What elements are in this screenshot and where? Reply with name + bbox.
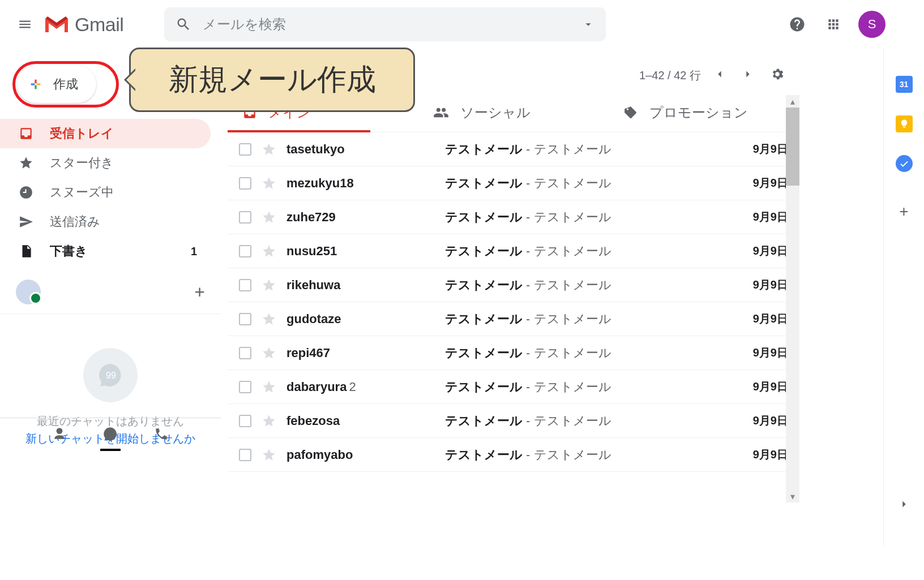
person-icon [52, 427, 67, 441]
mail-checkbox[interactable] [239, 211, 251, 224]
mail-row[interactable]: zuhe729テストメール - テストメール9月9日 [228, 200, 799, 234]
apps-grid-icon [826, 17, 841, 32]
mail-date: 9月9日 [753, 345, 788, 360]
mail-subject: テストメール - テストメール [445, 345, 753, 362]
tasks-icon [899, 158, 909, 169]
compose-plus-icon [27, 76, 44, 93]
mail-subject: テストメール - テストメール [445, 277, 753, 294]
mail-star-button[interactable] [262, 278, 276, 293]
keep-icon [899, 119, 909, 129]
mail-sender: febezosa [286, 414, 445, 428]
drafts-count: 1 [191, 245, 197, 258]
nav-inbox[interactable]: 受信トレイ [0, 119, 211, 148]
compose-button[interactable]: 作成 [17, 66, 96, 103]
calendar-addon[interactable]: 31 [896, 76, 913, 93]
tab-promotions[interactable]: プロモーション [609, 93, 799, 132]
star-icon [19, 156, 33, 170]
mail-checkbox[interactable] [239, 347, 251, 359]
mail-checkbox[interactable] [239, 177, 251, 190]
collapse-sidepanel-button[interactable] [898, 498, 910, 513]
account-avatar[interactable]: S [858, 11, 886, 38]
chevron-right-icon [742, 68, 754, 80]
tab-social[interactable]: ソーシャル [418, 93, 609, 132]
help-button[interactable] [786, 13, 808, 36]
next-page-button[interactable] [738, 65, 758, 87]
send-icon [19, 214, 33, 229]
mail-subject: テストメール - テストメール [445, 446, 753, 463]
mail-row[interactable]: pafomyaboテストメール - テストメール9月9日 [228, 438, 799, 472]
prev-page-button[interactable] [710, 65, 729, 87]
mail-checkbox[interactable] [239, 449, 251, 461]
hangouts-contact-row: + [0, 270, 221, 314]
mail-star-button[interactable] [262, 312, 276, 326]
keep-addon[interactable] [896, 115, 913, 132]
mail-checkbox[interactable] [239, 245, 251, 257]
new-chat-button[interactable]: + [194, 282, 205, 303]
phone-icon [154, 427, 169, 441]
mail-subject: テストメール - テストメール [445, 243, 753, 260]
mail-row[interactable]: gudotazeテストメール - テストメール9月9日 [228, 302, 799, 336]
mail-subject: テストメール - テストメール [445, 379, 753, 396]
mail-row[interactable]: mezukyu18テストメール - テストメール9月9日 [228, 166, 799, 200]
gear-icon [770, 67, 785, 81]
mail-row[interactable]: dabaryura2テストメール - テストメール9月9日 [228, 370, 799, 404]
mail-checkbox[interactable] [239, 313, 251, 325]
nav-snoozed[interactable]: スヌーズ中 [0, 178, 211, 207]
annotation-callout: 新規メール作成 [129, 48, 415, 112]
mail-date: 9月9日 [753, 277, 788, 293]
tab-promo-icon [623, 105, 638, 120]
mail-star-button[interactable] [262, 448, 276, 462]
mail-star-button[interactable] [262, 176, 276, 191]
settings-button[interactable] [767, 63, 788, 88]
mail-date: 9月9日 [753, 209, 788, 225]
mail-checkbox[interactable] [239, 415, 251, 427]
scroll-thumb[interactable] [786, 108, 799, 186]
tasks-addon[interactable] [896, 155, 913, 172]
mail-checkbox[interactable] [239, 381, 251, 393]
mail-star-button[interactable] [262, 210, 276, 225]
nav-drafts[interactable]: 下書き 1 [0, 237, 211, 266]
mail-sender: repi467 [286, 346, 445, 360]
search-bar[interactable]: メールを検索 [164, 7, 606, 41]
scroll-up-button[interactable]: ▴ [786, 95, 799, 108]
hamburger-icon [18, 17, 32, 32]
mail-subject: テストメール - テストメール [445, 175, 753, 192]
tab-social-icon [433, 105, 449, 121]
mail-row[interactable]: tasetukyoテストメール - テストメール9月9日 [228, 132, 799, 166]
mail-star-button[interactable] [262, 142, 276, 157]
search-icon [176, 16, 191, 32]
mail-checkbox[interactable] [239, 279, 251, 291]
mail-sender: gudotaze [286, 312, 445, 326]
mail-row[interactable]: nusu251テストメール - テストメール9月9日 [228, 234, 799, 268]
mail-star-button[interactable] [262, 380, 276, 394]
mail-star-button[interactable] [262, 346, 276, 360]
footer-contacts-button[interactable] [48, 423, 71, 445]
mail-star-button[interactable] [262, 244, 276, 259]
gmail-logo[interactable]: Gmail [43, 14, 123, 36]
mail-sender: dabaryura2 [286, 380, 445, 394]
mail-star-button[interactable] [262, 414, 276, 428]
menu-button[interactable] [11, 11, 38, 38]
page-info: 1–42 / 42 行 [639, 68, 701, 83]
apps-button[interactable] [822, 13, 845, 36]
scroll-down-button[interactable]: ▾ [786, 490, 799, 502]
mail-sender: tasetukyo [286, 142, 445, 157]
scrollbar[interactable]: ▴ ▾ [786, 95, 799, 502]
mail-checkbox[interactable] [239, 143, 251, 156]
hangouts-icon: 99 [83, 348, 138, 402]
inbox-icon [19, 126, 33, 141]
mail-row[interactable]: repi467テストメール - テストメール9月9日 [228, 336, 799, 370]
search-placeholder: メールを検索 [203, 15, 582, 33]
get-addons-button[interactable]: + [899, 203, 908, 221]
mail-sender: mezukyu18 [286, 176, 445, 191]
footer-phone-button[interactable] [150, 423, 173, 445]
contact-avatar[interactable] [16, 280, 41, 304]
nav-starred[interactable]: スター付き [0, 148, 211, 178]
footer-hangouts-button[interactable] [99, 423, 122, 445]
search-options-icon[interactable] [582, 18, 594, 31]
mail-row[interactable]: febezosaテストメール - テストメール9月9日 [228, 404, 799, 438]
mail-date: 9月9日 [753, 447, 788, 462]
chevron-right-icon [898, 498, 910, 510]
nav-sent[interactable]: 送信済み [0, 207, 211, 237]
mail-row[interactable]: rikehuwaテストメール - テストメール9月9日 [228, 268, 799, 302]
